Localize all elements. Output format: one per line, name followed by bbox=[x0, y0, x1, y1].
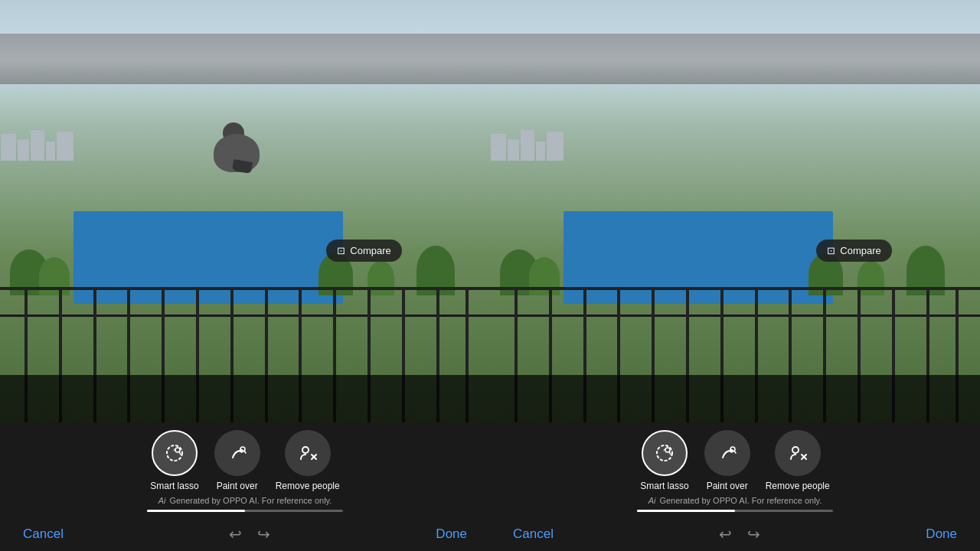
right-compare-icon: ⊡ bbox=[827, 245, 835, 256]
right-ai-notice: Ai Generated by OPPO AI. For reference o… bbox=[648, 496, 822, 505]
left-panel: ⊡ Compare Smart lasso bbox=[0, 0, 490, 551]
left-remove-people-button[interactable]: Remove people bbox=[276, 430, 340, 491]
left-smart-lasso-icon-circle bbox=[152, 430, 198, 476]
left-remove-people-label: Remove people bbox=[276, 481, 340, 491]
svg-point-3 bbox=[302, 447, 309, 453]
remove-people-icon bbox=[297, 442, 318, 464]
left-progress-fill bbox=[147, 510, 245, 512]
svg-point-7 bbox=[792, 447, 799, 453]
right-compare-label: Compare bbox=[840, 245, 880, 256]
smart-lasso-icon bbox=[164, 442, 185, 464]
right-bottom-bar: Cancel ↩ ↪ Done bbox=[490, 517, 980, 551]
right-undo-button[interactable]: ↩ bbox=[719, 525, 732, 543]
right-remove-people-label: Remove people bbox=[766, 481, 830, 491]
left-paint-over-icon-circle bbox=[214, 430, 260, 476]
left-progress-bar bbox=[147, 510, 343, 512]
right-paint-over-icon bbox=[717, 442, 738, 464]
right-ai-icon: Ai bbox=[648, 496, 656, 505]
left-redo-button[interactable]: ↪ bbox=[257, 525, 270, 543]
right-progress-fill bbox=[637, 510, 735, 512]
right-compare-button[interactable]: ⊡ Compare bbox=[816, 240, 891, 262]
right-remove-people-icon-circle bbox=[775, 430, 821, 476]
right-fence bbox=[490, 287, 980, 422]
right-tool-buttons: Smart lasso Paint over bbox=[640, 430, 829, 491]
left-remove-people-icon-circle bbox=[285, 430, 331, 476]
paint-over-icon bbox=[227, 442, 248, 464]
right-done-button[interactable]: Done bbox=[926, 527, 957, 542]
left-toolbar: Smart lasso Paint over bbox=[0, 422, 490, 517]
left-image-area: ⊡ Compare bbox=[0, 0, 490, 422]
left-fence bbox=[0, 287, 490, 422]
left-paint-over-button[interactable]: Paint over bbox=[214, 430, 260, 491]
compare-icon: ⊡ bbox=[337, 245, 345, 256]
right-cancel-button[interactable]: Cancel bbox=[513, 527, 554, 542]
left-ai-notice: Ai Generated by OPPO AI. For reference o… bbox=[158, 496, 332, 505]
right-buildings bbox=[490, 76, 980, 160]
left-ai-icon: Ai bbox=[158, 496, 166, 505]
right-redo-button[interactable]: ↪ bbox=[747, 525, 760, 543]
left-cancel-button[interactable]: Cancel bbox=[23, 527, 64, 542]
right-ai-text: Generated by OPPO AI. For reference only… bbox=[659, 496, 822, 505]
right-smart-lasso-label: Smart lasso bbox=[640, 481, 688, 491]
left-bottom-bar: Cancel ↩ ↪ Done bbox=[0, 517, 490, 551]
left-done-button[interactable]: Done bbox=[436, 527, 467, 542]
left-compare-label: Compare bbox=[350, 245, 390, 256]
left-tool-buttons: Smart lasso Paint over bbox=[150, 430, 339, 491]
left-paint-over-label: Paint over bbox=[217, 481, 258, 491]
left-undo-button[interactable]: ↩ bbox=[229, 525, 242, 543]
left-compare-button[interactable]: ⊡ Compare bbox=[326, 240, 401, 262]
right-history-buttons: ↩ ↪ bbox=[719, 525, 760, 543]
right-smart-lasso-button[interactable]: Smart lasso bbox=[640, 430, 688, 491]
right-paint-over-label: Paint over bbox=[707, 481, 748, 491]
left-smart-lasso-label: Smart lasso bbox=[150, 481, 198, 491]
right-image-area: ⊡ Compare bbox=[490, 0, 980, 422]
left-smart-lasso-button[interactable]: Smart lasso bbox=[150, 430, 198, 491]
right-smart-lasso-icon-circle bbox=[642, 430, 688, 476]
right-smart-lasso-icon bbox=[654, 442, 675, 464]
left-ai-text: Generated by OPPO AI. For reference only… bbox=[169, 496, 332, 505]
right-paint-over-icon-circle bbox=[704, 430, 750, 476]
pigeon bbox=[206, 119, 267, 184]
right-panel: ⊡ Compare Smart lasso bbox=[490, 0, 980, 551]
right-remove-people-icon bbox=[787, 442, 808, 464]
left-history-buttons: ↩ ↪ bbox=[229, 525, 270, 543]
right-progress-bar bbox=[637, 510, 833, 512]
right-toolbar: Smart lasso Paint over bbox=[490, 422, 980, 517]
right-remove-people-button[interactable]: Remove people bbox=[766, 430, 830, 491]
right-paint-over-button[interactable]: Paint over bbox=[704, 430, 750, 491]
